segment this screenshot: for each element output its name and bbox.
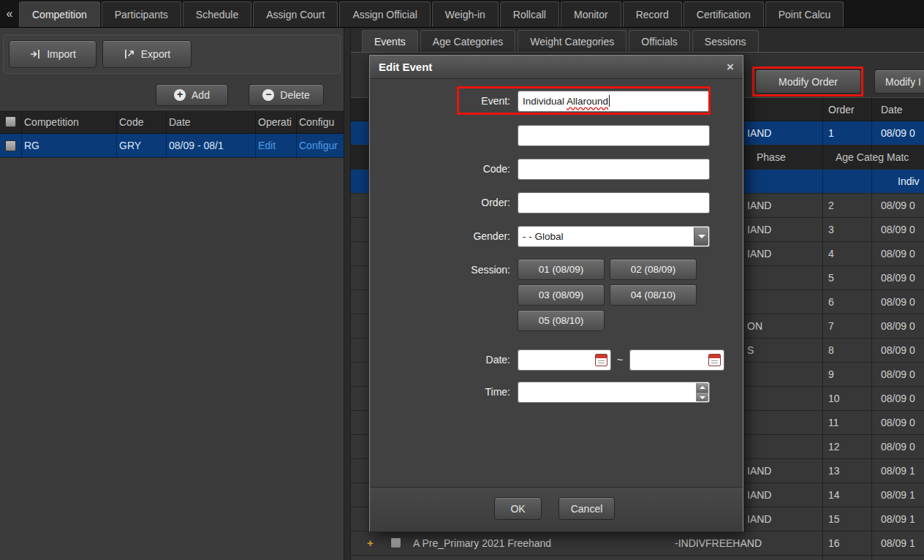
export-button[interactable]: Export	[102, 40, 192, 68]
spinner-down-icon[interactable]	[697, 392, 708, 401]
competition-row[interactable]: RG GRY 08/09 - 08/1 Edit Configur	[0, 134, 344, 158]
session-button[interactable]: 01 (08/09)	[518, 259, 605, 280]
nav-tab-weigh-in[interactable]: Weigh-in	[432, 1, 499, 27]
tab-officials[interactable]: Officials	[629, 30, 690, 52]
date-from-input[interactable]	[518, 349, 611, 371]
nav-tab-assign-official[interactable]: Assign Official	[339, 1, 430, 27]
column-header-code[interactable]: Code	[117, 110, 167, 133]
column-header-order[interactable]: Order	[828, 104, 855, 116]
event-code-fragment: IAND	[747, 200, 771, 211]
child-name-fragment: Indiv	[898, 175, 920, 187]
session-button[interactable]: 05 (08/10)	[518, 310, 605, 331]
nav-tab-participants[interactable]: Participants	[102, 1, 181, 27]
nav-tab-record[interactable]: Record	[623, 1, 682, 27]
column-header-operation[interactable]: Operati	[256, 110, 297, 133]
tab-events[interactable]: Events	[362, 30, 418, 52]
event-order: 3	[828, 224, 834, 235]
configure-link[interactable]: Configur	[299, 140, 338, 151]
date-to-input[interactable]	[629, 349, 724, 371]
event-code-fragment: IAND	[747, 224, 771, 235]
column-header-date[interactable]: Date	[167, 110, 256, 133]
nav-tab-point-calcu[interactable]: Point Calcu	[765, 1, 844, 27]
session-button[interactable]: 03 (08/09)	[518, 284, 605, 306]
competition-name: RG	[22, 134, 117, 157]
gender-label: Gender:	[406, 230, 510, 242]
date-range-separator: ~	[617, 354, 623, 366]
modify-partial-button[interactable]: Modify I	[874, 69, 924, 94]
dropdown-arrow-icon[interactable]	[694, 227, 708, 246]
event-order: 11	[828, 417, 839, 428]
event-date: 08/09 0	[881, 200, 915, 211]
event-name-alt-input[interactable]	[518, 125, 710, 146]
row-checkbox[interactable]	[390, 537, 401, 548]
subheader-cell: Phase	[757, 151, 786, 163]
time-label: Time:	[406, 386, 510, 398]
expand-icon[interactable]: +	[367, 537, 374, 549]
date-label: Date:	[406, 354, 510, 366]
event-order: 10	[828, 393, 840, 404]
event-order: 5	[828, 272, 834, 284]
event-row[interactable]: +	[351, 556, 924, 560]
event-value-word1: Individual	[523, 96, 564, 107]
delete-button[interactable]: − Delete	[249, 84, 324, 106]
tab-weight-categories[interactable]: Weight Categories	[518, 30, 626, 52]
event-code: -INDIVFREEHAND	[675, 537, 762, 549]
top-navigation: « CompetitionParticipantsScheduleAssign …	[0, 0, 924, 28]
calendar-icon[interactable]	[708, 354, 721, 366]
add-button[interactable]: + Add	[156, 84, 228, 106]
event-date: 08/09 0	[881, 344, 915, 356]
edit-link[interactable]: Edit	[258, 140, 276, 151]
close-icon[interactable]: ×	[727, 60, 734, 75]
select-all-checkbox[interactable]	[5, 116, 16, 127]
event-order: 2	[828, 200, 834, 211]
time-spinner	[696, 383, 708, 401]
event-code-fragment: IAND	[747, 465, 771, 477]
collapse-sidebar-icon[interactable]: «	[0, 0, 19, 27]
session-button[interactable]: 04 (08/10)	[610, 284, 697, 306]
event-order: 15	[828, 513, 840, 525]
calendar-icon[interactable]	[595, 354, 607, 366]
code-input[interactable]	[518, 159, 710, 180]
import-icon	[29, 48, 41, 60]
dialog-footer: OK Cancel	[370, 487, 743, 531]
time-input[interactable]	[518, 382, 710, 403]
text-caret	[609, 95, 610, 107]
competition-code: GRY	[117, 134, 167, 157]
order-input[interactable]	[518, 192, 710, 213]
gender-select[interactable]: - - Global	[518, 226, 710, 247]
events-tabbar: EventsAge CategoriesWeight CategoriesOff…	[351, 28, 924, 53]
event-name-input[interactable]: Individual Allaround	[518, 91, 710, 112]
order-label: Order:	[406, 197, 510, 208]
import-label: Import	[47, 48, 76, 60]
subheader-cell: Age Categ	[836, 151, 884, 163]
nav-tab-rollcall[interactable]: Rollcall	[500, 1, 559, 27]
import-button[interactable]: Import	[9, 40, 96, 68]
column-header-configuration[interactable]: Configu	[297, 110, 344, 133]
row-checkbox[interactable]	[5, 140, 16, 151]
event-date: 08/09 1	[881, 465, 915, 477]
modify-order-button[interactable]: Modify Order	[755, 69, 861, 94]
event-code-fragment: ON	[747, 320, 762, 332]
nav-tab-monitor[interactable]: Monitor	[561, 1, 621, 27]
event-label: Event:	[406, 95, 510, 107]
dialog-titlebar[interactable]: Edit Event ×	[370, 56, 743, 79]
column-header-date[interactable]: Date	[881, 104, 903, 116]
column-divider	[822, 97, 823, 560]
column-header-competition[interactable]: Competition	[22, 110, 117, 133]
tab-sessions[interactable]: Sessions	[692, 30, 759, 52]
event-row[interactable]: +A Pre_Primary 2021 Freehand-INDIVFREEHA…	[351, 531, 924, 556]
cancel-button[interactable]: Cancel	[558, 497, 615, 520]
spinner-up-icon[interactable]	[697, 383, 708, 392]
nav-tab-competition[interactable]: Competition	[19, 1, 100, 27]
tab-age-categories[interactable]: Age Categories	[420, 30, 516, 52]
nav-tab-schedule[interactable]: Schedule	[183, 1, 251, 27]
competition-table: Competition Code Date Operati Configu RG…	[0, 110, 344, 158]
nav-tab-assign-court[interactable]: Assign Court	[253, 1, 338, 27]
event-date: 08/09 0	[881, 272, 915, 284]
ok-button[interactable]: OK	[494, 497, 542, 520]
competition-table-header: Competition Code Date Operati Configu	[0, 110, 344, 134]
panel-splitter[interactable]	[344, 28, 351, 560]
session-button[interactable]: 02 (08/09)	[610, 259, 697, 280]
nav-tab-certification[interactable]: Certification	[683, 1, 764, 27]
event-date: 08/09 0	[881, 224, 915, 235]
